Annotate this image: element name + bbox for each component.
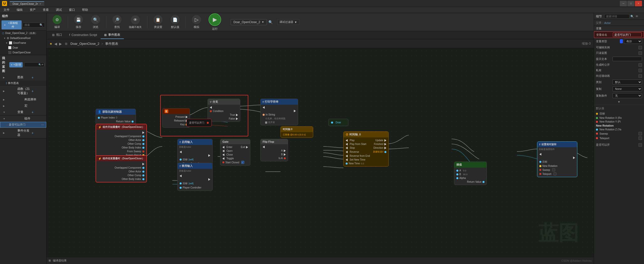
menu-window[interactable]: 窗口 [67,7,76,13]
dot-in-string [263,114,265,116]
sweep-default-checkbox[interactable] [638,132,642,135]
node-e-key[interactable]: E Pressed Released Key [162,108,190,128]
node-time-axis[interactable]: 时间轴 0 已整像 @0.00 s (0.0 s) [280,126,313,138]
save-btn[interactable]: 💾 保存 [71,14,86,30]
my-blueprint-header[interactable]: 我的蓝图 ++新增 🔍 👁 ⋮ [0,55,46,74]
editor-tab[interactable]: Doar_OpenClose_2• × [10,1,44,6]
node-body-e: Pressed Released Key [163,114,190,127]
node-print-string[interactable]: f 打印字符串 In String 小兄弟，你没有钥匙 [260,99,298,125]
pin-target-rot: 目标 [539,160,575,164]
tab-close[interactable]: × [39,2,41,5]
filter-icon[interactable]: ⋮ [44,63,46,66]
bp-search-icon2[interactable]: 🔍 [268,20,273,24]
star-icon[interactable]: ★ [50,42,52,46]
find-btn[interactable]: 🔎 查找 [109,14,125,30]
bp-components-header[interactable]: ▼ 组件 [0,116,46,122]
tree-doar-openclose[interactable]: ⬛ DoarOpenClose [0,50,46,55]
expose-checkbox[interactable] [638,74,642,78]
variable-can-open[interactable]: ─ 是否可以开门 ⋯ [0,122,46,128]
graph-add-btn[interactable]: + [31,76,44,80]
node-can-open[interactable]: 是否可以开门 [186,119,212,127]
tree-event-graph[interactable]: f 事件图表 [0,81,46,86]
tree-door-frame[interactable]: ▼ ⬜ DoorFrame [0,41,46,45]
eye-icon[interactable]: 👁 [41,63,44,66]
var-name-input[interactable] [613,32,642,37]
add-component-btn[interactable]: + +添加组件 [2,20,22,29]
menu-edit[interactable]: 编辑 [15,7,24,13]
var-options-icon[interactable]: ⋯ [41,123,44,127]
default-btn[interactable]: 📄 默认值 [168,14,183,30]
blueprint-selector[interactable]: Doar_OpenClose_2 ▼ [231,19,267,25]
tooltip-input[interactable] [613,57,642,61]
debug-filter[interactable]: 调试过滤器 ▼ [277,19,299,25]
component-search-input[interactable] [24,23,39,26]
var-type-select[interactable]: 布尔 [624,39,642,44]
bp-search-input[interactable] [26,63,38,66]
dot-oa-eo [142,171,144,173]
private-checkbox[interactable] [638,69,642,72]
class-settings-btn[interactable]: 📋 类设置 [150,14,166,30]
simulate-btn[interactable]: ▷ 模拟 [189,14,204,30]
node-end-overlap[interactable]: ⚡ 组件结束重叠时（DoarOpenClose） Overlapped Comp… [96,155,147,182]
parent-class-value[interactable]: Actor [604,21,611,24]
category-select[interactable]: 默认 [613,80,642,85]
readonly-checkbox[interactable] [638,51,642,55]
canopen-default-checkbox[interactable] [638,143,642,147]
bo-icon: ⚡ [98,126,102,129]
node-flip-flop[interactable]: Flip Flop A B Is A [260,139,288,161]
macros-header[interactable]: ▶ 宏 [0,103,46,109]
teleport-default-checkbox[interactable] [638,136,642,140]
maximize-btn[interactable]: □ [627,1,634,6]
node-branch[interactable]: ⑂ 分支 Condition True [208,99,240,122]
node-begin-overlap[interactable]: ⚡ 组件开始重叠时（DoarOpenClose） Overlapped Comp… [96,124,147,159]
tab-event-graph[interactable]: ⊞ 事件图表 [101,31,124,39]
minimize-btn[interactable]: ─ [620,1,627,6]
tab-construction[interactable]: f Construction Script [66,32,101,39]
tree-default-scene-root[interactable]: ▼ ⊞ DefaultSceneRoot [0,36,46,41]
compile-btn[interactable]: ⚙ 编译 [50,14,65,30]
canvas[interactable]: 👤 获取玩家控制器 Player Index 0 Return Value [47,48,594,257]
node-interpolate[interactable]: 插值 A 0.0 B 90.0 Alpha [454,162,487,185]
dispatchers-header[interactable]: ▶ 事件分发器 + [0,128,46,138]
node-set-rotation[interactable]: f 设置相对旋转 目标是场景组件 目标 [537,141,577,177]
var-name-row: 变量命名 [594,31,644,38]
snt-label: Set New Time [350,158,365,161]
forward-arrow[interactable]: ▶ [59,42,62,46]
simulate-label: 模拟 [194,25,199,29]
browse-btn[interactable]: 🔍 浏览 [88,14,103,30]
collapse-row[interactable]: ▼ [594,99,644,105]
disp-add-btn[interactable]: + [31,131,44,135]
replicate-select[interactable]: None [613,86,642,91]
menu-view[interactable]: 查看 [41,7,50,13]
var-add-btn[interactable]: + [31,110,44,114]
menu-asset[interactable]: 资产 [28,7,37,13]
functions-header[interactable]: ▶ 函数（21可覆盖） + [0,86,46,96]
menu-help[interactable]: 帮助 [80,7,90,13]
eye-panel-icon[interactable]: 👁 [635,15,642,18]
tree-self[interactable]: ⬡ Doar_OpenClose_2（自身） [0,31,46,36]
editable-checkbox[interactable] [638,46,642,49]
func-add-btn[interactable]: + [31,89,44,93]
node-get-player-controller[interactable]: 👤 获取玩家控制器 Player Index 0 Return Value [96,109,136,125]
menu-file[interactable]: 文件 [2,7,11,13]
node-door-out[interactable]: Doar [328,119,348,126]
panel-search-input[interactable] [604,14,629,19]
construction-header[interactable]: ▶ 构造脚本 [0,96,46,103]
hide-btn[interactable]: 👁 隐藏不相关 [127,14,144,30]
rep-condition-select[interactable]: 无 [613,93,642,98]
node-gate[interactable]: Gate Enter Exit Open [220,139,250,166]
pin-exec-out-bo [98,131,144,134]
new-btn[interactable]: ++新增 [9,62,23,67]
back-arrow[interactable]: ◀ [54,42,57,46]
close-btn[interactable]: × [635,1,642,6]
generate-checkbox[interactable] [638,63,642,67]
graph-header[interactable]: ▶ 图表 + [0,74,46,81]
node-disable-input[interactable]: f 禁用输入 目标是Actor 目标 [self] [177,163,213,191]
tab-viewport[interactable]: ⊞ 视口 [49,31,66,39]
tree-doar[interactable]: ⬜ Doar [0,45,46,50]
var-icon: ▼ [3,111,16,114]
node-timeline[interactable]: ⏱ 时间轴_0 Play Update Play from Start [343,131,389,167]
variables-header[interactable]: ▼ 变量 + [0,109,46,115]
menu-debug[interactable]: 调试 [54,7,63,13]
play-btn[interactable]: ▶ 运行 [206,13,224,32]
